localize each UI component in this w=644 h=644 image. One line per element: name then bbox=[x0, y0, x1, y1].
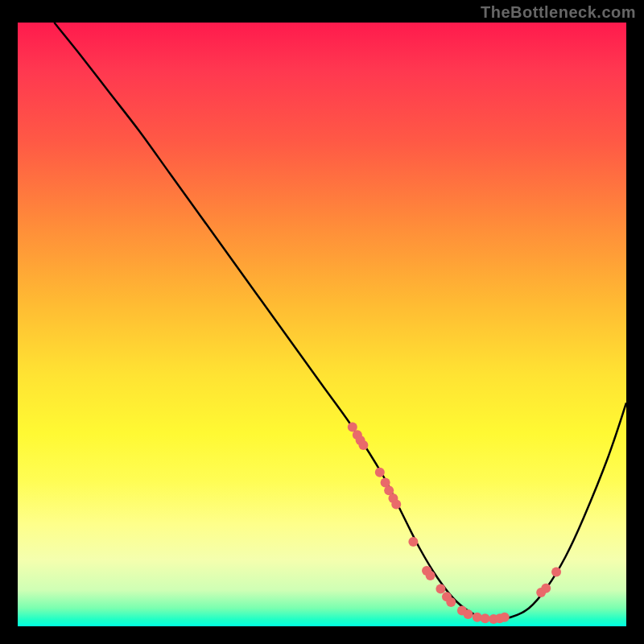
data-points-group bbox=[348, 423, 561, 625]
bottleneck-curve bbox=[54, 23, 626, 619]
data-point bbox=[375, 468, 385, 477]
data-point bbox=[551, 568, 561, 577]
data-point bbox=[426, 571, 436, 580]
data-point bbox=[436, 584, 445, 594]
watermark-text: TheBottleneck.com bbox=[481, 3, 636, 22]
chart-plot-area bbox=[18, 23, 626, 626]
data-point bbox=[391, 500, 401, 510]
data-point bbox=[446, 597, 456, 607]
data-point bbox=[541, 584, 551, 593]
chart-svg bbox=[18, 23, 626, 626]
data-point bbox=[358, 440, 368, 450]
data-point bbox=[481, 613, 490, 623]
data-point bbox=[500, 613, 510, 622]
data-point bbox=[463, 609, 473, 619]
data-point bbox=[408, 537, 418, 547]
